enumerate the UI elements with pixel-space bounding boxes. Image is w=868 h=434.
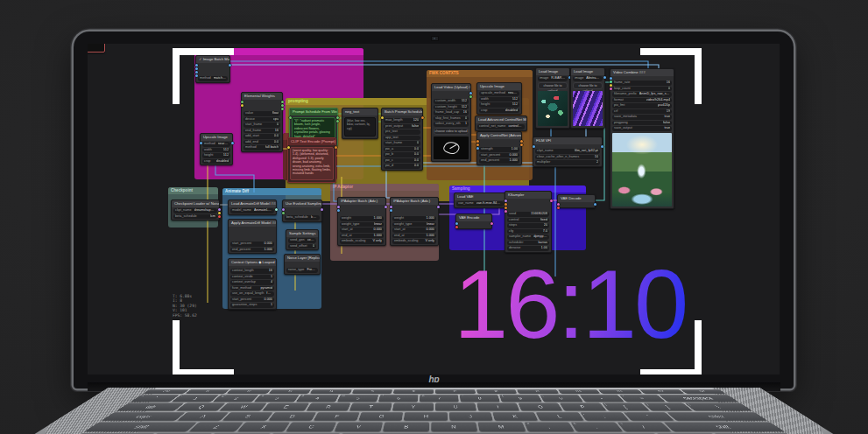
input-port[interactable] [337, 206, 340, 208]
widget-row[interactable]: end_percent1.000 [479, 158, 519, 164]
widget-row[interactable]: save_metadatatrue [612, 115, 672, 120]
widget-row[interactable]: vae_namevae-ft-mse-840000-ema-pruned [456, 201, 504, 206]
widget-row[interactable]: start_percent0.000 [230, 298, 274, 303]
output-port[interactable] [603, 76, 606, 79]
widget-row[interactable]: select_every_nth1 [434, 122, 469, 127]
output-port[interactable] [281, 104, 284, 107]
output-port[interactable] [520, 140, 523, 143]
widget-row[interactable]: cfg7.0 [507, 229, 549, 234]
input-port[interactable] [557, 203, 560, 206]
upscale-image-b[interactable]: Upscale Imageupscale_methodnearest-exact… [476, 82, 522, 115]
load-image-1-upload-button[interactable]: choose file to upload [538, 82, 568, 90]
widget-row[interactable]: steps20 [507, 223, 549, 228]
widget-row[interactable]: max_length120 [384, 118, 420, 123]
widget-row[interactable]: weight_typelinear [340, 222, 384, 228]
widget-row[interactable]: model_nameAnimateLCM_sd15_t2v.ckpt [230, 208, 274, 214]
widget-row[interactable]: pre_text [384, 130, 420, 135]
widget-row[interactable]: app_text [384, 136, 420, 141]
output-port[interactable] [281, 108, 284, 110]
input-port[interactable] [287, 146, 290, 149]
widget-row[interactable]: end_frame16 [243, 129, 280, 134]
input-port[interactable] [455, 226, 458, 228]
input-port[interactable] [505, 200, 507, 202]
widget-row[interactable]: cropdisabled [202, 159, 230, 164]
output-port[interactable] [336, 116, 339, 119]
output-port[interactable] [336, 120, 339, 122]
input-port[interactable] [282, 208, 285, 211]
neg-text-textarea[interactable]: (blur, low res, b&w, cartoon, lq, cgi) [344, 117, 376, 136]
output-port[interactable] [520, 144, 523, 146]
vae-decode[interactable]: VAE Decode [557, 194, 596, 208]
load-video-upload-upload-button[interactable]: choose video to upload [434, 128, 469, 136]
widget-row[interactable]: multiplier2 [535, 160, 600, 165]
ipadapter-batch-1[interactable]: IPAdapter Batch (Adv.)weight1.000weight_… [337, 197, 386, 246]
ksampler[interactable]: KSamplerseed156680208controlfixedsteps20… [505, 191, 552, 253]
widget-row[interactable]: width512 [202, 148, 230, 153]
widget-row[interactable]: save_outputtrue [612, 126, 672, 131]
apply-animatediff-model[interactable]: Apply AnimateDiff Model ###start_percent… [228, 219, 277, 254]
input-port[interactable] [390, 209, 392, 212]
widget-row[interactable]: imageR-BARKLE-07-07_v1a.png [538, 76, 568, 81]
widget-row[interactable]: use_on_equal_lengthfalse [230, 291, 274, 297]
widget-row[interactable]: sampler_namedpmpp_2m [507, 234, 549, 240]
widget-row[interactable]: width512 [479, 97, 519, 102]
neg-text[interactable]: neg_text(blur, low res, b&w, cartoon, lq… [342, 108, 378, 139]
load-animatediff-model[interactable]: Load AnimateDiff Model ###model_nameAnim… [228, 200, 277, 215]
input-port[interactable] [505, 210, 507, 213]
input-port[interactable] [610, 88, 612, 90]
widget-row[interactable]: custom_width512 [434, 99, 469, 104]
output-port[interactable] [218, 208, 221, 211]
widget-row[interactable]: methodnearest [202, 142, 230, 147]
widget-row[interactable]: cropdisabled [479, 108, 519, 114]
input-port[interactable] [505, 203, 507, 206]
widget-row[interactable]: ckpt_namedreamshaper_8LCM.safetensors [173, 208, 217, 214]
widget-row[interactable]: ckpt_namefilm_net_fp32.pt [535, 149, 600, 154]
widget-row[interactable]: imageAbstractDiag_0021.png [573, 76, 603, 81]
widget-row[interactable]: start_percent0.000 [230, 242, 274, 247]
widget-row[interactable]: control_net_namecontrol_v11p_sd15_linear… [477, 124, 525, 130]
output-port[interactable] [218, 215, 221, 218]
widget-row[interactable]: seed_offset0 [288, 244, 316, 249]
widget-row[interactable]: valuefloat [243, 111, 280, 116]
widget-row[interactable]: skip_first_frames0 [434, 116, 469, 122]
load-image-2-upload-button[interactable]: choose file to upload [573, 82, 603, 90]
widget-row[interactable]: pw_d0.0 [384, 164, 420, 169]
input-port[interactable] [241, 101, 243, 103]
widget-row[interactable]: start_frame0 [384, 141, 420, 146]
widget-row[interactable]: height512 [479, 102, 519, 108]
widget-row[interactable]: start_at0.000 [340, 228, 384, 233]
widget-row[interactable]: noise_typeFreeNoise [286, 268, 318, 273]
widget-row[interactable]: devicecpu [243, 117, 280, 122]
widget-row[interactable]: guarantee_steps1 [230, 303, 274, 308]
output-port[interactable] [218, 212, 221, 214]
widget-row[interactable]: strength1.00 [479, 147, 519, 152]
sample-settings[interactable]: Sample Settingsseed_gencomfyseed_offset0 [286, 229, 319, 250]
widget-row[interactable]: schedulerkarras [507, 241, 549, 246]
widget-row[interactable]: start_percent0.000 [479, 153, 519, 158]
output-port[interactable] [490, 222, 493, 225]
widget-row[interactable]: fuse_methodpyramid [230, 286, 274, 291]
elemental-weights[interactable]: Elemental Weightsvaluefloatdevicecpustar… [241, 92, 283, 152]
load-image-1[interactable]: Load ImageimageR-BARKLE-07-07_v1a.pngcho… [535, 67, 570, 129]
widget-row[interactable]: weight_typelinear [392, 222, 436, 228]
batch-prompt-schedule[interactable]: Batch Prompt Schedule ###max_length120pr… [381, 108, 423, 171]
widget-row[interactable]: beta_schedulelcm ◆ AnimateDiff [285, 215, 320, 220]
widget-row[interactable]: pw_b0.0 [384, 152, 420, 158]
widget-row[interactable]: upscale_methodnearest-exact [479, 91, 519, 96]
input-port[interactable] [476, 140, 479, 143]
widget-row[interactable]: end_at1.000 [340, 234, 384, 239]
load-vae[interactable]: Load VAEvae_namevae-ft-mse-840000-ema-pr… [454, 192, 506, 208]
widget-row[interactable]: methodfull batch [243, 145, 280, 150]
widget-row[interactable]: crf19 [612, 109, 672, 115]
widget-row[interactable]: frame_load_cap16 [434, 110, 469, 116]
widget-row[interactable]: custom_height512 [434, 105, 469, 110]
output-port[interactable] [421, 116, 424, 119]
widget-row[interactable]: height512 [202, 153, 230, 158]
widget-row[interactable]: context_overlap4 [230, 280, 274, 285]
input-port[interactable] [505, 206, 507, 209]
widget-row[interactable]: end_at1.000 [392, 234, 436, 239]
use-evolved-sampling[interactable]: Use Evolved Sampling ###beta_schedulelcm… [282, 200, 322, 222]
noise-layer[interactable]: Noise Layer [Replicate]noise_typeFreeNoi… [284, 254, 321, 275]
apply-controlnet[interactable]: Apply ControlNet (Advanced)strength1.00s… [476, 131, 522, 165]
output-port[interactable] [550, 200, 553, 202]
